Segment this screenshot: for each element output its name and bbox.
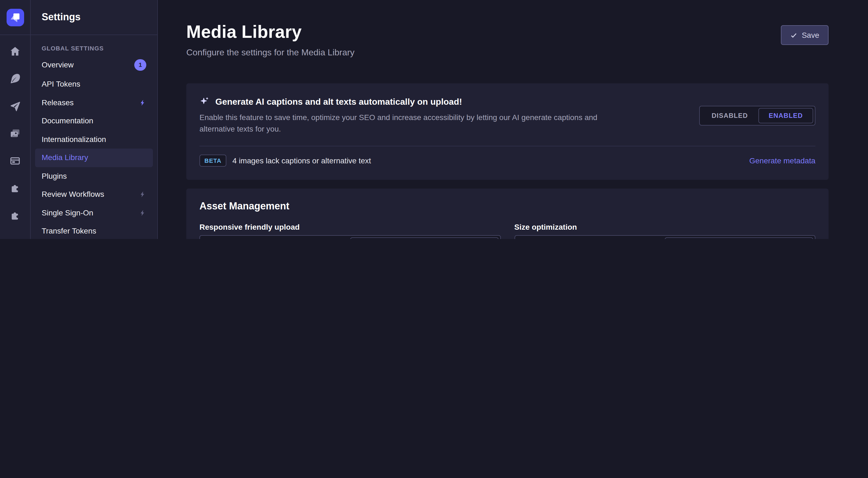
toggle-option-disabled[interactable]: DISABLED	[701, 108, 758, 123]
divider	[199, 146, 815, 146]
home-icon[interactable]	[5, 41, 25, 61]
toggle-option-enabled[interactable]: ENABLED	[758, 108, 813, 123]
logo-area	[0, 0, 30, 35]
section-global-settings: GLOBAL SETTINGS Overview 1 API Tokens Re…	[35, 45, 153, 239]
field-size-optimization: Size optimization FALSE TRUE Enabling th…	[514, 222, 815, 239]
banner-title-row: Generate AI captions and alt texts autom…	[199, 96, 608, 107]
lightning-icon	[139, 209, 146, 216]
lightning-icon	[139, 191, 146, 198]
puzzle-marketplace-icon[interactable]	[5, 206, 25, 225]
sparkle-icon	[199, 96, 210, 107]
strapi-logo[interactable]	[6, 8, 24, 26]
sidebar-item-review-workflows[interactable]: Review Workflows	[35, 185, 153, 204]
lightning-icon	[139, 99, 146, 106]
toggle-option-false[interactable]: FALSE	[202, 237, 350, 239]
page-header: Media Library Configure the settings for…	[158, 0, 868, 58]
beta-badge: BETA	[199, 155, 226, 167]
toggle-option-true[interactable]: TRUE	[665, 237, 813, 239]
puzzle-plugins-icon[interactable]	[5, 178, 25, 198]
field-label: Responsive friendly upload	[199, 222, 501, 231]
sidebar-item-internationalization[interactable]: Internationalization	[35, 130, 153, 149]
sidebar-item-transfer-tokens[interactable]: Transfer Tokens	[35, 222, 153, 239]
ai-enabled-toggle: DISABLED ENABLED	[699, 106, 815, 125]
sidebar-item-overview[interactable]: Overview 1	[35, 55, 153, 75]
settings-sidebar: Settings GLOBAL SETTINGS Overview 1 API …	[31, 0, 158, 239]
banner-status-text: 4 images lack captions or alternative te…	[232, 156, 371, 165]
layout-builder-icon[interactable]	[5, 151, 25, 171]
fields-grid: Responsive friendly upload FALSE TRUE En…	[199, 222, 815, 239]
sidebar-header: Settings	[31, 0, 157, 35]
field-label: Size optimization	[514, 222, 815, 231]
page-title: Media Library	[186, 22, 354, 42]
generate-metadata-link[interactable]: Generate metadata	[749, 156, 815, 165]
rail-icon-list: 1 i	[0, 35, 30, 239]
toggle-option-true[interactable]: TRUE	[350, 237, 499, 239]
check-icon	[790, 32, 797, 39]
sidebar-nav: GLOBAL SETTINGS Overview 1 API Tokens Re…	[31, 35, 157, 239]
banner-bottom: BETA 4 images lack captions or alternati…	[199, 155, 815, 167]
sidebar-item-plugins[interactable]: Plugins	[35, 167, 153, 185]
feather-content-icon[interactable]	[5, 68, 25, 88]
sidebar-title: Settings	[42, 11, 81, 23]
media-library-icon[interactable]	[5, 123, 25, 143]
sidebar-item-api-tokens[interactable]: API Tokens	[35, 75, 153, 93]
asset-management-title: Asset Management	[199, 201, 815, 212]
asset-management-card: Asset Management Responsive friendly upl…	[186, 188, 829, 239]
sidebar-item-media-library[interactable]: Media Library	[35, 149, 153, 167]
banner-status-group: BETA 4 images lack captions or alternati…	[199, 155, 371, 167]
size-optimization-toggle: FALSE TRUE	[514, 235, 815, 239]
page-subtitle: Configure the settings for the Media Lib…	[186, 48, 354, 58]
banner-text: Generate AI captions and alt texts autom…	[199, 96, 608, 135]
save-button[interactable]: Save	[781, 25, 829, 45]
banner-description: Enable this feature to save time, optimi…	[199, 112, 608, 135]
ai-caption-banner: Generate AI captions and alt texts autom…	[186, 83, 829, 180]
sidebar-item-single-sign-on[interactable]: Single Sign-On	[35, 204, 153, 222]
field-responsive-friendly-upload: Responsive friendly upload FALSE TRUE En…	[199, 222, 501, 239]
banner-title: Generate AI captions and alt texts autom…	[215, 97, 462, 107]
banner-top: Generate AI captions and alt texts autom…	[199, 96, 815, 135]
paper-plane-icon[interactable]	[5, 96, 25, 116]
section-header: GLOBAL SETTINGS	[35, 45, 153, 52]
overview-badge: 1	[134, 59, 146, 71]
strapi-settings-app: 1 i M Settings GLOBAL SETTINGS Overview …	[0, 0, 868, 239]
page-header-text: Media Library Configure the settings for…	[186, 22, 354, 58]
sidebar-item-releases[interactable]: Releases	[35, 93, 153, 112]
shopping-cart-icon[interactable]	[5, 233, 25, 239]
sidebar-item-documentation[interactable]: Documentation	[35, 112, 153, 130]
responsive-upload-toggle: FALSE TRUE	[199, 235, 501, 239]
main-content: Media Library Configure the settings for…	[158, 0, 868, 239]
nav-rail: 1 i M	[0, 0, 31, 239]
toggle-option-false[interactable]: FALSE	[517, 237, 665, 239]
